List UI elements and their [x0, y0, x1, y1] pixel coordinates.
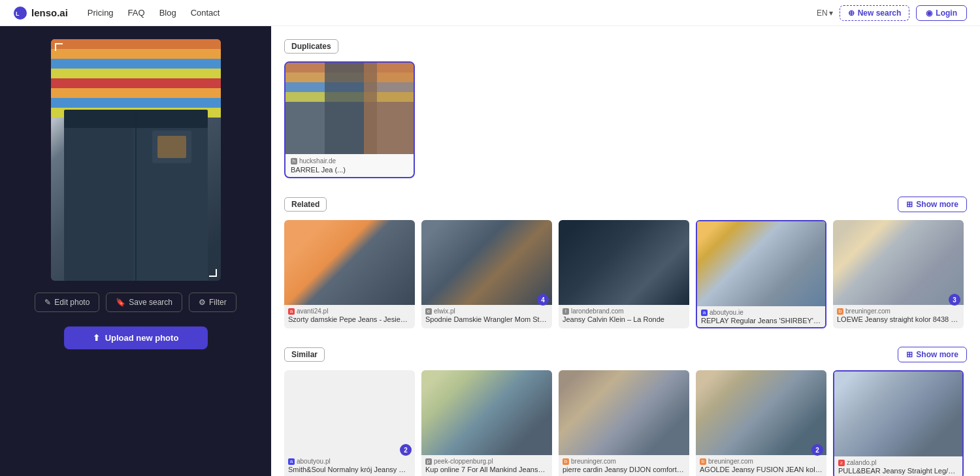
edit-icon: ✎ — [44, 298, 51, 307]
related-card-4[interactable]: b breuninger.com LOEWE Jeansy straight k… — [833, 220, 964, 328]
related-info-3: a aboutyou.ie REPLAY Regular Jeans 'SHIR… — [697, 306, 825, 327]
related-badge-1: 4 — [537, 294, 549, 306]
similar-show-more-button[interactable]: ⊞ Show more — [898, 347, 967, 362]
nav-contact[interactable]: Contact — [191, 8, 220, 18]
related-info-2: l larondebrand.com Jeansy Calvin Klein –… — [559, 305, 689, 326]
related-favicon-3: a — [701, 309, 708, 316]
related-img-1 — [421, 220, 552, 305]
similar-title-0: Smith&Soul Normalny krój Jeansy w k... — [288, 466, 411, 473]
similar-title-2: pierre cardin Jeansy DIJON comfort fit k… — [563, 466, 685, 473]
similar-badge-0: 2 — [400, 444, 412, 456]
related-source-2: l larondebrand.com — [563, 308, 685, 315]
svg-text:L: L — [16, 10, 20, 17]
navbar: L lenso.ai Pricing FAQ Blog Contact EN ▾… — [0, 0, 980, 26]
similar-badge-3: 2 — [811, 444, 823, 456]
related-label: Related — [284, 197, 327, 212]
related-img-0 — [284, 220, 415, 305]
svg-rect-7 — [51, 78, 221, 88]
dup-title-0: BARREL Jea (...) — [291, 166, 408, 174]
upload-label: Upload new photo — [105, 333, 179, 343]
related-card-2[interactable]: l larondebrand.com Jeansy Calvin Klein –… — [559, 220, 689, 328]
upload-new-photo-button[interactable]: ⬆ Upload new photo — [64, 326, 208, 349]
related-info-0: a avanti24.pl Szorty damskie Pepe Jeans … — [284, 305, 415, 326]
similar-source-4: z zalando.pl — [838, 459, 958, 466]
related-source-0: a avanti24.pl — [288, 308, 411, 315]
login-button[interactable]: ◉ Login — [916, 5, 967, 21]
svg-rect-4 — [51, 49, 221, 59]
svg-rect-6 — [51, 69, 221, 78]
filter-button[interactable]: ⚙ Filter — [189, 293, 237, 312]
corner-tl-indicator — [55, 43, 63, 51]
similar-card-4[interactable]: z zalando.pl PULL&BEAR Jeansy Straight L… — [833, 370, 964, 476]
nav-links: Pricing FAQ Blog Contact — [88, 8, 220, 18]
right-panel: Duplicates — [271, 26, 980, 476]
similar-label: Similar — [284, 347, 325, 362]
related-card-0[interactable]: a avanti24.pl Szorty damskie Pepe Jeans … — [284, 220, 415, 328]
save-search-button[interactable]: 🔖 Save search — [106, 293, 182, 312]
related-img-4 — [833, 220, 964, 305]
chevron-down-icon: ▾ — [829, 8, 833, 18]
similar-card-1[interactable]: p peek-cloppenburg.pl Kup online 7 For A… — [421, 370, 552, 476]
related-img-3 — [697, 221, 825, 306]
similar-card-3[interactable]: b breuninger.com AGOLDE Jeansy FUSION JE… — [696, 370, 826, 476]
uploaded-photo — [51, 39, 221, 281]
login-label: Login — [936, 8, 957, 18]
edit-photo-button[interactable]: ✎ Edit photo — [35, 293, 99, 312]
related-section: Related ⊞ Show more a avanti24.pl Szorty… — [284, 197, 967, 328]
similar-favicon-4: z — [838, 460, 845, 466]
dup-image-0 — [286, 63, 414, 154]
related-show-more-button[interactable]: ⊞ Show more — [898, 197, 967, 212]
duplicates-header: Duplicates — [284, 39, 967, 54]
svg-rect-25 — [286, 63, 414, 154]
new-search-button[interactable]: ⊕ New search — [840, 5, 910, 21]
related-card-3[interactable]: a aboutyou.ie REPLAY Regular Jeans 'SHIR… — [696, 220, 826, 328]
action-buttons: ✎ Edit photo 🔖 Save search ⚙ Filter — [35, 293, 236, 312]
svg-rect-8 — [51, 88, 221, 98]
similar-title-3: AGOLDE Jeansy FUSION JEAN kolor a... — [700, 466, 823, 473]
show-more-icon-related: ⊞ — [906, 200, 913, 209]
corner-br-indicator — [209, 269, 217, 277]
similar-favicon-1: p — [425, 458, 432, 465]
search-icon: ⊕ — [848, 8, 855, 18]
edit-photo-label: Edit photo — [54, 298, 90, 307]
similar-header: Similar ⊞ Show more — [284, 347, 967, 362]
similar-info-4: z zalando.pl PULL&BEAR Jeansy Straight L… — [834, 456, 962, 476]
user-icon: ◉ — [926, 8, 932, 18]
similar-section: Similar ⊞ Show more a aboutyou.pl Smith&… — [284, 347, 967, 476]
duplicates-grid: h huckshair.de BARREL Jea (...) — [284, 61, 967, 178]
language-selector[interactable]: EN ▾ — [817, 8, 833, 18]
photo-svg — [51, 39, 221, 281]
new-search-label: New search — [858, 8, 902, 18]
related-card-1[interactable]: e elwix.pl Spodnie Damskie Wrangler Mom … — [421, 220, 552, 328]
svg-rect-5 — [51, 59, 221, 69]
similar-favicon-2: b — [563, 458, 569, 465]
similar-grid: a aboutyou.pl Smith&Soul Normalny krój J… — [284, 370, 967, 476]
related-favicon-0: a — [288, 308, 295, 315]
svg-rect-12 — [64, 111, 133, 281]
related-info-4: b breuninger.com LOEWE Jeansy straight k… — [833, 305, 964, 326]
save-search-label: Save search — [129, 298, 172, 307]
related-source-3: a aboutyou.ie — [701, 309, 821, 316]
nav-faq[interactable]: FAQ — [128, 8, 145, 18]
related-favicon-2: l — [563, 308, 569, 315]
similar-img-4 — [834, 372, 962, 456]
related-badge-4: 3 — [949, 294, 960, 306]
similar-card-0[interactable]: a aboutyou.pl Smith&Soul Normalny krój J… — [284, 370, 415, 476]
filter-icon: ⚙ — [199, 298, 206, 307]
related-source-1: e elwix.pl — [425, 308, 548, 315]
filter-label: Filter — [209, 298, 227, 307]
related-title-0: Szorty damskie Pepe Jeans - Jesień 2024 … — [288, 315, 411, 323]
related-source-4: b breuninger.com — [837, 308, 960, 315]
similar-info-3: b breuninger.com AGOLDE Jeansy FUSION JE… — [696, 455, 826, 476]
duplicate-card-0[interactable]: h huckshair.de BARREL Jea (...) — [284, 61, 415, 178]
similar-info-0: a aboutyou.pl Smith&Soul Normalny krój J… — [284, 455, 415, 476]
bookmark-icon: 🔖 — [116, 298, 125, 307]
similar-card-2[interactable]: b breuninger.com pierre cardin Jeansy DI… — [559, 370, 689, 476]
nav-pricing[interactable]: Pricing — [88, 8, 114, 18]
similar-img-2 — [559, 370, 689, 455]
dup-favicon-0: h — [291, 158, 297, 165]
nav-blog[interactable]: Blog — [159, 8, 176, 18]
left-panel: ✎ Edit photo 🔖 Save search ⚙ Filter ⬆ Up… — [0, 26, 271, 476]
similar-show-more-label: Show more — [916, 350, 958, 359]
brand-logo[interactable]: L lenso.ai — [13, 6, 68, 20]
